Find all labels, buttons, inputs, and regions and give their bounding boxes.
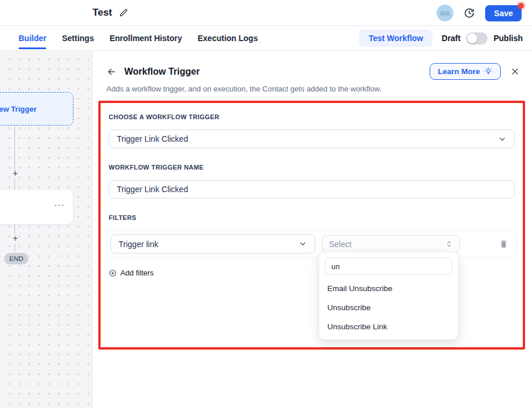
- unsaved-changes-dot: [518, 3, 524, 9]
- add-step-button-2[interactable]: +: [10, 234, 20, 244]
- toggle-knob: [467, 34, 477, 43]
- workflow-title-group: Test: [93, 7, 128, 19]
- tab-execution-logs[interactable]: Execution Logs: [198, 26, 258, 51]
- edit-pencil-icon[interactable]: [119, 8, 128, 17]
- connector-line: [14, 244, 15, 252]
- tab-settings[interactable]: Settings: [62, 26, 94, 51]
- dropdown-option-email-unsubscribe[interactable]: Email Unsubscribe: [325, 279, 452, 298]
- publish-toggle[interactable]: [466, 32, 487, 45]
- action-node[interactable]: ···: [0, 189, 73, 225]
- node-more-menu-icon[interactable]: ···: [54, 200, 65, 210]
- choose-trigger-label: CHOOSE A WORKFLOW TRIGGER: [109, 113, 515, 120]
- trash-icon[interactable]: [499, 239, 508, 249]
- filters-label: FILTERS: [109, 214, 515, 221]
- end-node: END: [4, 253, 28, 264]
- filters-section: FILTERS Trigger link Select: [109, 214, 515, 280]
- add-filters-label: Add filters: [120, 269, 154, 277]
- dropdown-search-input[interactable]: [325, 258, 452, 275]
- dropdown-option-unsubscribe-link[interactable]: Unsubscribe Link: [325, 317, 452, 336]
- back-arrow-icon[interactable]: [106, 67, 117, 77]
- save-button[interactable]: Save: [485, 5, 522, 21]
- filter-value-select[interactable]: Select: [322, 235, 460, 253]
- draft-label: Draft: [442, 34, 461, 43]
- panel-header-actions: Learn More: [430, 63, 519, 80]
- topbar-actions: MA Save: [437, 0, 522, 26]
- clock-history-icon[interactable]: [464, 8, 475, 19]
- tab-enrollment-history[interactable]: Enrollment History: [109, 26, 182, 51]
- connector-line: [14, 126, 15, 174]
- close-icon[interactable]: [511, 67, 519, 76]
- panel-description: Adds a workflow trigger, and on executio…: [93, 80, 532, 93]
- avatar[interactable]: MA: [437, 5, 453, 21]
- add-step-button-1[interactable]: +: [10, 169, 20, 179]
- filter-field-select[interactable]: Trigger link: [110, 234, 315, 253]
- test-workflow-button[interactable]: Test Workflow: [359, 30, 432, 47]
- workflow-canvas[interactable]: New Trigger + ··· + END: [0, 51, 93, 408]
- connector-line: [14, 179, 15, 189]
- top-bar: Test MA Save: [0, 0, 532, 26]
- learn-more-button[interactable]: Learn More: [430, 63, 501, 80]
- workflow-title: Test: [93, 7, 112, 19]
- trigger-settings-panel: Workflow Trigger Learn More Adds a workf…: [93, 51, 532, 408]
- add-filters-button[interactable]: Add filters: [109, 269, 154, 277]
- plus-circle-icon: [109, 269, 117, 277]
- workflow-trigger-select[interactable]: Trigger Link Clicked: [109, 130, 515, 148]
- filter-value-dropdown: Email Unsubscribe Unsubscribe Unsubscrib…: [319, 252, 458, 340]
- panel-header: Workflow Trigger Learn More: [93, 51, 532, 80]
- panel-title: Workflow Trigger: [124, 67, 200, 77]
- publish-label: Publish: [493, 34, 523, 43]
- dropdown-options: Email Unsubscribe Unsubscribe Unsubscrib…: [325, 279, 452, 336]
- trigger-node-label: New Trigger: [0, 105, 36, 113]
- trigger-name-input[interactable]: [109, 180, 515, 199]
- tabbar-right-group: Test Workflow Draft Publish: [359, 30, 523, 47]
- dropdown-option-unsubscribe[interactable]: Unsubscribe: [325, 298, 452, 317]
- highlighted-form-area: CHOOSE A WORKFLOW TRIGGER Trigger Link C…: [98, 101, 525, 350]
- save-button-label: Save: [494, 9, 513, 18]
- workflow-trigger-select-value: Trigger Link Clicked: [117, 134, 188, 144]
- lightbulb-icon: [484, 67, 493, 76]
- tab-builder[interactable]: Builder: [19, 26, 46, 51]
- filter-field-value: Trigger link: [119, 240, 158, 249]
- trigger-node[interactable]: New Trigger: [0, 92, 73, 126]
- filter-value-placeholder: Select: [329, 240, 352, 249]
- tab-bar: Builder Settings Enrollment History Exec…: [0, 26, 532, 51]
- chevron-down-icon: [298, 240, 307, 248]
- trigger-name-label: WORKFLOW TRIGGER NAME: [109, 164, 515, 171]
- publish-toggle-group: Draft Publish: [442, 32, 523, 45]
- chevron-up-down-icon: [445, 240, 453, 248]
- chevron-down-icon: [498, 135, 507, 144]
- learn-more-label: Learn More: [438, 67, 480, 76]
